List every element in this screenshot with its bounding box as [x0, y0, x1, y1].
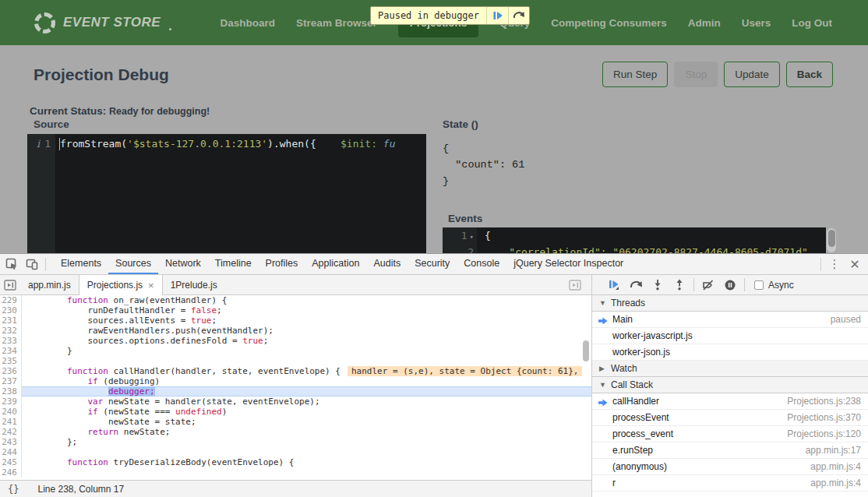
code-line-233[interactable]: 233 sources.options.definesFold = true;	[0, 336, 591, 346]
call-stack-frame-process-event[interactable]: process_eventProjections.js:120	[592, 426, 868, 442]
call-stack-frame-e-runstep[interactable]: e.runStepapp.min.js:17	[592, 442, 868, 459]
line-number[interactable]: 244	[0, 447, 22, 457]
source-code-editor[interactable]: i1 fromStream('$stats-127.0.0.1:2113').w…	[27, 134, 426, 253]
line-number[interactable]: 234	[0, 346, 22, 356]
tab-security[interactable]: Security	[408, 254, 457, 274]
file-tab-1prelude-js[interactable]: 1Prelude.js	[163, 275, 225, 294]
code-line-237[interactable]: 237 if (debugging)	[0, 376, 591, 386]
events-scrollbar-thumb[interactable]	[828, 230, 835, 247]
step-over-button[interactable]	[625, 276, 647, 294]
frame-location[interactable]: Projections.js:120	[787, 428, 868, 439]
devtools-menu-icon[interactable]: ⋮	[824, 254, 845, 274]
tab-sources[interactable]: Sources	[108, 254, 158, 274]
events-scrollbar[interactable]	[827, 228, 836, 252]
code-line-234[interactable]: 234 }	[0, 346, 591, 356]
line-number[interactable]: 238	[0, 386, 22, 397]
resume-script-button[interactable]	[603, 276, 625, 294]
line-number[interactable]: 237	[0, 376, 22, 386]
line-number[interactable]: 245	[0, 457, 22, 467]
line-number[interactable]: 231	[0, 315, 22, 326]
tab-audits[interactable]: Audits	[366, 254, 408, 274]
file-tab-projections-js[interactable]: Projections.js×	[79, 275, 163, 295]
frame-location[interactable]: Projections.js:238	[787, 396, 868, 407]
device-toolbar-icon[interactable]	[22, 254, 42, 274]
code-editor[interactable]: 229 function on_raw(eventHandler) {230 r…	[0, 295, 591, 480]
run-step-button[interactable]: Run Step	[602, 62, 668, 87]
thread-item-worker-javascript-js[interactable]: worker-javascript.js	[592, 328, 868, 344]
debugger-sidebar-toggle-icon[interactable]	[565, 275, 585, 294]
nav-item-log-out[interactable]: Log Out	[792, 17, 832, 29]
frame-location[interactable]: app.min.js:4	[810, 478, 868, 488]
line-number[interactable]: 243	[0, 437, 22, 447]
file-tab-app-min-js[interactable]: app.min.js	[20, 275, 79, 294]
nav-item-users[interactable]: Users	[742, 17, 771, 29]
events-editor[interactable]: 1▾{2 "correlationId": "06202702-8827-446…	[443, 227, 826, 253]
line-number[interactable]: 233	[0, 336, 22, 346]
deactivate-breakpoints-button[interactable]	[697, 276, 719, 294]
line-number[interactable]: 246	[0, 467, 22, 478]
thread-item-main[interactable]: Mainpaused	[592, 312, 868, 328]
code-line-229[interactable]: 229 function on_raw(eventHandler) {	[0, 295, 591, 305]
code-line-230[interactable]: 230 runDefaultHandler = false;	[0, 305, 591, 315]
tab-application[interactable]: Application	[305, 254, 366, 274]
nav-item-competing-consumers[interactable]: Competing Consumers	[551, 17, 667, 29]
inspect-element-icon[interactable]	[2, 254, 22, 274]
call-stack-frame-processevent[interactable]: processEventProjections.js:370	[592, 410, 868, 426]
code-line-245[interactable]: 245 function tryDeserializeBody(eventEnv…	[0, 457, 591, 467]
tab-jquery-selector-inspector[interactable]: jQuery Selector Inspector	[506, 254, 630, 274]
line-number[interactable]: 240	[0, 407, 22, 417]
code-line-241[interactable]: 241 newState = state;	[0, 417, 591, 427]
pause-on-exceptions-button[interactable]	[719, 276, 741, 294]
code-line-238[interactable]: 238 debugger;	[0, 386, 591, 397]
pretty-print-icon[interactable]: {}	[8, 484, 19, 495]
tab-elements[interactable]: Elements	[54, 254, 108, 274]
line-number[interactable]: 239	[0, 397, 22, 407]
nav-item-dashboard[interactable]: Dashboard	[221, 17, 276, 29]
thread-item-worker-json-js[interactable]: worker-json.js	[592, 344, 868, 361]
code-line-242[interactable]: 242 return newState;	[0, 427, 591, 437]
close-tab-icon[interactable]: ×	[148, 280, 154, 291]
nav-item-stream-browser[interactable]: Stream Browser	[296, 17, 377, 29]
frame-location[interactable]: app.min.js:4	[810, 461, 868, 472]
code-line-236[interactable]: 236 function callHandler(handler, state,…	[0, 366, 591, 376]
step-over-button-banner[interactable]	[508, 7, 529, 24]
frame-location[interactable]: app.min.js:17	[806, 445, 868, 456]
async-checkbox[interactable]	[754, 280, 764, 290]
code-line-239[interactable]: 239 var newState = handler(state, eventE…	[0, 397, 591, 407]
call-stack-frame--anonymous-[interactable]: (anonymous)app.min.js:4	[592, 459, 868, 475]
nav-item-admin[interactable]: Admin	[688, 17, 721, 29]
callstack-section-header[interactable]: ▼ Call Stack	[592, 377, 868, 393]
back-button[interactable]: Back	[786, 62, 833, 87]
threads-section-header[interactable]: ▼ Threads	[592, 295, 868, 312]
tab-console[interactable]: Console	[457, 254, 506, 274]
line-number[interactable]: 235	[0, 356, 22, 366]
step-out-button[interactable]	[669, 276, 690, 294]
tab-network[interactable]: Network	[158, 254, 208, 274]
tab-profiles[interactable]: Profiles	[259, 254, 305, 274]
line-number[interactable]: 241	[0, 417, 22, 427]
step-into-button[interactable]	[647, 276, 669, 294]
code-line-243[interactable]: 243 };	[0, 437, 591, 447]
code-line-235[interactable]: 235	[0, 356, 591, 366]
watch-section-header[interactable]: ▶ Watch	[592, 361, 868, 377]
call-stack-frame-r[interactable]: rapp.min.js:4	[592, 475, 868, 492]
navigator-toggle-icon[interactable]	[0, 275, 20, 294]
line-number[interactable]: 232	[0, 326, 22, 336]
line-number[interactable]: 242	[0, 427, 22, 437]
code-vertical-scrollbar[interactable]	[583, 340, 589, 361]
resume-script-button[interactable]	[487, 7, 508, 24]
brand[interactable]: EVENT STORE	[34, 12, 171, 33]
code-line-244[interactable]: 244	[0, 447, 591, 457]
update-button[interactable]: Update	[724, 62, 780, 87]
line-number[interactable]: 236	[0, 366, 22, 376]
code-line-231[interactable]: 231 sources.allEvents = true;	[0, 315, 591, 326]
call-stack-frame-callhandler[interactable]: callHandlerProjections.js:238	[592, 393, 868, 410]
tab-timeline[interactable]: Timeline	[208, 254, 259, 274]
code-line-232[interactable]: 232 rawEventHandlers.push(eventHandler);	[0, 326, 591, 336]
frame-location[interactable]: Projections.js:370	[787, 412, 868, 423]
code-line-240[interactable]: 240 if (newState === undefined)	[0, 407, 591, 417]
code-line-246[interactable]: 246	[0, 467, 591, 478]
line-number[interactable]: 230	[0, 305, 22, 315]
line-number[interactable]: 229	[0, 295, 22, 305]
devtools-close-icon[interactable]: ✕	[845, 254, 865, 274]
